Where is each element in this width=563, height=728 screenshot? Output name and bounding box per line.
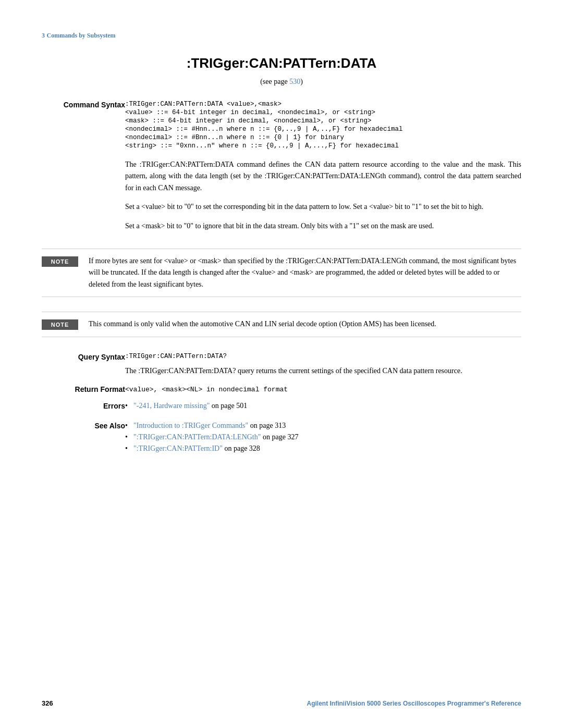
errors-row: Errors "-241, Hardware missing" on page … [42, 400, 521, 415]
page: 3 Commands by Subsystem :TRIGger:CAN:PAT… [0, 0, 563, 728]
spacing-row-3 [42, 379, 521, 383]
note1-row: NOTE If more bytes are sent for <value> … [42, 241, 521, 304]
see-also-item-2: ":TRIGger:CAN:PATTern:DATA:LENGth" on pa… [125, 433, 521, 441]
see-also-item-3: ":TRIGger:CAN:PATTern:ID" on page 328 [125, 445, 521, 453]
command-syntax-line-6: <string> ::= "0xnn...n" where n ::= {0,.… [125, 142, 521, 150]
query-syntax-content: :TRIGger:CAN:PATTern:DATA? The :TRIGger:… [125, 351, 521, 379]
note1-cell: NOTE If more bytes are sent for <value> … [42, 241, 521, 304]
see-also-suffix-2: on page 327 [261, 433, 298, 441]
command-syntax-line-3: <mask> ::= 64-bit integer in decimal, <n… [125, 117, 521, 125]
see-also-link-1[interactable]: "Introduction to :TRIGger Commands" [133, 422, 248, 429]
return-format-row: Return Format <value>, <mask><NL> in non… [42, 383, 521, 396]
spacing-row-5 [42, 415, 521, 419]
see-also-list: "Introduction to :TRIGger Commands" on p… [125, 422, 521, 453]
see-also-content: "Introduction to :TRIGger Commands" on p… [125, 419, 521, 458]
footer-page-number: 326 [42, 699, 53, 707]
main-content-table: Command Syntax :TRIGger:CAN:PATTern:DATA… [42, 98, 521, 458]
errors-content: "-241, Hardware missing" on page 501 [125, 400, 521, 415]
errors-list: "-241, Hardware missing" on page 501 [125, 402, 521, 410]
error-link-1[interactable]: "-241, Hardware missing" [133, 402, 210, 410]
spacing-row-1 [42, 153, 521, 157]
breadcrumb-text: Commands by Subsystem [47, 32, 116, 39]
see-also-label: See Also [42, 419, 125, 458]
query-syntax-command: :TRIGger:CAN:PATTern:DATA? [125, 353, 521, 360]
error-item-1: "-241, Hardware missing" on page 501 [125, 402, 521, 410]
command-syntax-line-1: :TRIGger:CAN:PATTern:DATA <value>,<mask> [125, 101, 521, 108]
see-page-ref: (see page 530) [42, 78, 521, 86]
command-syntax-label: Command Syntax [42, 98, 125, 153]
spacing-row-4 [42, 396, 521, 400]
note2-row: NOTE This command is only valid when the… [42, 304, 521, 344]
see-also-link-2[interactable]: ":TRIGger:CAN:PATTern:DATA:LENGth" [133, 433, 261, 441]
query-syntax-description: The :TRIGger:CAN:PATTern:DATA? query ret… [125, 365, 521, 377]
see-page-link[interactable]: 530 [289, 78, 300, 85]
page-title: :TRIGger:CAN:PATTern:DATA [42, 55, 521, 71]
command-syntax-row: Command Syntax :TRIGger:CAN:PATTern:DATA… [42, 98, 521, 153]
command-syntax-line-4: <nondecimal> ::= #Hnn...n where n ::= {0… [125, 126, 521, 133]
description-row-1: The :TRIGger:CAN:PATTern:DATA command de… [42, 157, 521, 241]
note2-container: NOTE This command is only valid when the… [42, 312, 521, 337]
see-also-item-1: "Introduction to :TRIGger Commands" on p… [125, 422, 521, 430]
note1-container: NOTE If more bytes are sent for <value> … [42, 249, 521, 297]
see-also-suffix-1: on page 313 [248, 422, 286, 429]
note2-badge: NOTE [42, 319, 78, 330]
note1-text: If more bytes are sent for <value> or <m… [89, 255, 521, 290]
query-syntax-label: Query Syntax [42, 351, 125, 379]
see-page-prefix: (see page [260, 78, 289, 85]
return-format-value: <value>, <mask><NL> in nondecimal format [125, 383, 521, 396]
breadcrumb: 3 Commands by Subsystem [42, 31, 521, 40]
command-syntax-content: :TRIGger:CAN:PATTern:DATA <value>,<mask>… [125, 98, 521, 153]
description-para-1: The :TRIGger:CAN:PATTern:DATA command de… [125, 157, 521, 241]
footer-title: Agilent InfiniiVision 5000 Series Oscill… [307, 700, 521, 707]
note2-text: This command is only valid when the auto… [89, 318, 521, 330]
errors-label: Errors [42, 400, 125, 415]
return-format-label: Return Format [42, 383, 125, 396]
query-syntax-row: Query Syntax :TRIGger:CAN:PATTern:DATA? … [42, 351, 521, 379]
spacing-row-2 [42, 344, 521, 351]
footer: 326 Agilent InfiniiVision 5000 Series Os… [42, 699, 521, 707]
command-syntax-line-2: <value> ::= 64-bit integer in decimal, <… [125, 109, 521, 116]
see-also-suffix-3: on page 328 [223, 445, 260, 452]
breadcrumb-number: 3 [42, 32, 45, 39]
see-page-suffix: ) [300, 78, 303, 85]
description-label-empty-1 [42, 157, 125, 241]
see-also-link-3[interactable]: ":TRIGger:CAN:PATTern:ID" [133, 445, 223, 452]
error-suffix-1: on page 501 [210, 402, 247, 410]
see-also-row: See Also "Introduction to :TRIGger Comma… [42, 419, 521, 458]
note1-badge: NOTE [42, 256, 78, 267]
note2-cell: NOTE This command is only valid when the… [42, 304, 521, 344]
command-syntax-line-5: <nondecimal> ::= #Bnn...n where n ::= {0… [125, 134, 521, 141]
